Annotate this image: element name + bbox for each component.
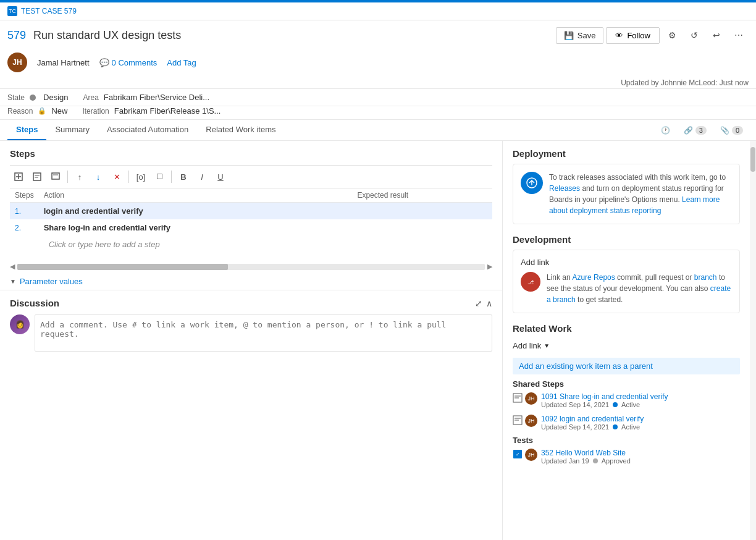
history-button[interactable]: 🕐 <box>655 123 676 138</box>
discussion-title: Discussion <box>10 298 59 308</box>
fields-row-2: Reason 🔒 New Iteration Fabrikam Fiber\Re… <box>0 106 756 120</box>
list-item[interactable]: JH 1091 Share log-in and credential veri… <box>513 391 740 410</box>
eye-icon: 👁 <box>615 31 623 40</box>
follow-button[interactable]: 👁 Follow <box>606 27 660 44</box>
testcase-icon: TC <box>7 6 17 16</box>
expand-icon[interactable]: ⤢ <box>475 298 482 308</box>
reason-value[interactable]: New <box>51 106 67 116</box>
chevron-down-icon: ▼ <box>10 278 16 285</box>
related-item-info: 352 Hello World Web Site Updated Jan 19 … <box>541 449 631 465</box>
azure-repos-link[interactable]: Azure Repos <box>572 273 615 282</box>
breadcrumb[interactable]: TC TEST CASE 579 <box>7 6 77 16</box>
tab-related[interactable]: Related Work items <box>197 120 284 140</box>
left-panel: Steps ↑ ↓ ✕ [o] ☐ <box>0 141 503 540</box>
list-item[interactable]: JH 1092 login and credential verify Upda… <box>513 413 740 432</box>
italic-button[interactable]: I <box>193 168 211 185</box>
undo-button[interactable]: ↩ <box>707 25 726 45</box>
bold-button[interactable]: B <box>175 168 192 185</box>
list-item[interactable]: ✓ JH 352 Hello World Web Site Updated Ja… <box>513 447 740 466</box>
deployment-text: To track releases associated with this w… <box>549 172 732 216</box>
add-link-button[interactable]: Add link ▼ <box>513 339 740 353</box>
lock-icon: 🔒 <box>38 107 46 115</box>
iteration-value[interactable]: Fabrikam Fiber\Release 1\S... <box>114 106 221 116</box>
development-section: Development Add link ⎇ Link an Azure Rep… <box>513 234 740 313</box>
iteration-label: Iteration <box>82 107 109 116</box>
shared-steps-icon <box>513 393 523 405</box>
add-step-hint[interactable]: Click or type here to add a step <box>44 235 165 254</box>
discussion-icons: ⤢ ∧ <box>475 298 492 308</box>
add-parent-row[interactable]: Add an existing work item as a parent <box>513 358 740 374</box>
collapse-icon[interactable]: ∧ <box>486 298 492 308</box>
move-down-button[interactable]: ↓ <box>90 168 107 185</box>
state-field: State Design <box>7 93 69 102</box>
table-row[interactable]: 1. login and credential verify <box>10 203 492 220</box>
links-button[interactable]: 🔗 3 <box>678 123 712 138</box>
vscroll-thumb <box>750 147 755 172</box>
unindent-button[interactable]: ☐ <box>151 168 168 185</box>
tab-summary[interactable]: Summary <box>46 120 98 140</box>
settings-button[interactable]: ⚙ <box>662 25 682 45</box>
tab-automation[interactable]: Associated Automation <box>98 120 197 140</box>
related-work-title: Related Work <box>513 323 740 334</box>
save-button[interactable]: 💾 Save <box>556 27 604 44</box>
reason-label: Reason <box>7 107 33 116</box>
dev-text: Link an Azure Repos commit, pull request… <box>547 272 732 305</box>
insert-step-button[interactable] <box>47 168 64 185</box>
area-value[interactable]: Fabrikam Fiber\Service Deli... <box>104 93 209 102</box>
state-value[interactable]: Design <box>43 93 68 102</box>
releases-link[interactable]: Releases <box>549 184 580 193</box>
attachment-icon: 📎 <box>720 126 729 135</box>
scroll-right-arrow[interactable]: ▶ <box>487 263 492 271</box>
tab-steps[interactable]: Steps <box>7 120 46 140</box>
comments-link[interactable]: 💬 0 Comments <box>99 58 158 67</box>
item-avatar: JH <box>525 392 537 405</box>
step-expected <box>352 219 492 236</box>
comment-input[interactable] <box>35 314 492 352</box>
scroll-track[interactable] <box>17 264 485 270</box>
table-row[interactable]: 2. Share log-in and credential verify <box>10 219 492 236</box>
indent-button[interactable]: [o] <box>132 168 149 185</box>
reason-field: Reason 🔒 New <box>7 106 67 116</box>
deployment-section: Deployment To track releases associated … <box>513 148 740 224</box>
links-badge: 3 <box>695 126 707 135</box>
attachments-button[interactable]: 📎 0 <box>715 123 749 138</box>
item-avatar: JH <box>525 449 537 461</box>
tab-icons: 🕐 🔗 3 📎 0 <box>655 123 749 138</box>
toolbar-separator-3 <box>171 171 172 183</box>
scroll-left-arrow[interactable]: ◀ <box>10 263 15 271</box>
more-menu-button[interactable]: ⋯ <box>729 25 749 45</box>
steps-section: Steps ↑ ↓ ✕ [o] ☐ <box>0 141 502 260</box>
add-shared-step-button[interactable] <box>28 168 46 185</box>
vertical-scrollbar[interactable] <box>750 141 756 540</box>
step-number: 1. <box>15 207 21 216</box>
related-group-shared-steps: Shared Steps JH 1091 Share log-in and cr… <box>513 379 740 432</box>
add-step-row[interactable]: Click or type here to add a step <box>10 236 492 253</box>
related-item-meta: Updated Jan 19 Approved <box>541 457 631 465</box>
add-tag-button[interactable]: Add Tag <box>167 58 196 67</box>
status-indicator <box>613 402 618 407</box>
chevron-down-icon: ▼ <box>544 342 550 349</box>
step-action[interactable]: Share log-in and credential verify <box>44 223 170 232</box>
right-panel: Deployment To track releases associated … <box>503 141 750 540</box>
horizontal-scrollbar[interactable]: ◀ ▶ <box>10 263 492 271</box>
delete-step-button[interactable]: ✕ <box>108 168 125 185</box>
related-item-link[interactable]: 1091 Share log-in and credential verify <box>541 392 668 401</box>
param-values-label: Parameter values <box>20 277 83 286</box>
add-parent-link[interactable]: Add an existing work item as a parent <box>519 361 653 371</box>
related-item-link[interactable]: 352 Hello World Web Site <box>541 449 626 457</box>
step-action[interactable]: login and credential verify <box>44 206 143 216</box>
parameter-values-toggle[interactable]: ▼ Parameter values <box>0 273 502 290</box>
related-group-tests: Tests ✓ JH 352 Hello World Web Site Upda… <box>513 436 740 466</box>
branch-link[interactable]: branch <box>694 273 717 282</box>
move-up-button[interactable]: ↑ <box>71 168 88 185</box>
gear-icon: ⚙ <box>668 30 676 40</box>
work-item-title[interactable]: Run standard UX design tests <box>33 29 181 42</box>
deployment-title: Deployment <box>513 148 740 159</box>
related-item-link[interactable]: 1092 login and credential verify <box>541 415 644 423</box>
add-step-button[interactable] <box>10 168 27 185</box>
expected-col-header: Expected result <box>352 188 492 203</box>
tests-label: Tests <box>513 436 740 445</box>
refresh-button[interactable]: ↺ <box>684 25 704 45</box>
underline-button[interactable]: U <box>212 168 229 185</box>
shared-steps-icon <box>513 415 523 427</box>
